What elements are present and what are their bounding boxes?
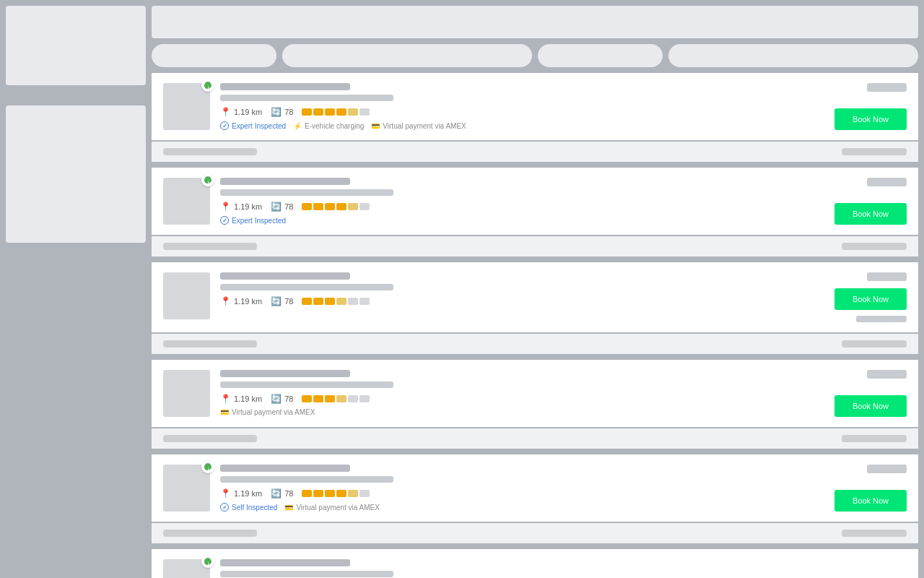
tag-self-5[interactable]: ✓ Self Inspected	[220, 503, 277, 512]
bar-3-6	[359, 298, 370, 305]
listing-title-3	[220, 272, 350, 280]
score-1: 🔄 78	[271, 107, 293, 117]
main-content: 📍 1.19 km 🔄 78	[152, 0, 924, 578]
bar-3-3	[325, 298, 335, 305]
bar-2-1	[302, 203, 312, 210]
listing-image-4	[163, 370, 210, 417]
listing-title-6	[220, 559, 350, 566]
listing-image-wrap-1	[163, 83, 210, 130]
listing-card-5: 📍 1.19 km 🔄 78	[152, 454, 918, 549]
self-icon-5: ✓	[220, 503, 229, 512]
expert-icon-2: ✓	[220, 216, 229, 225]
listing-subtitle-4	[220, 381, 393, 388]
bar-2-5	[348, 203, 358, 210]
listing-meta-5: 📍 1.19 km 🔄 78	[220, 488, 823, 499]
tag-ev-1[interactable]: ⚡ E-vehicle charging	[293, 122, 364, 130]
score-2: 🔄 78	[271, 202, 293, 212]
bar-5-5	[348, 490, 358, 497]
listing-info-4: 📍 1.19 km 🔄 78	[220, 370, 823, 416]
listing-footer-1	[152, 142, 918, 162]
score-5: 🔄 78	[271, 488, 293, 499]
book-btn-2[interactable]: Book Now	[834, 203, 907, 225]
listing-image-wrap-4	[163, 370, 210, 417]
listing-subtitle-1	[220, 95, 393, 101]
listing-card-inner-1: 📍 1.19 km 🔄 78	[152, 73, 918, 140]
distance-3: 📍 1.19 km	[220, 296, 262, 306]
score-icon-5: 🔄	[271, 488, 282, 499]
listing-info-1: 📍 1.19 km 🔄 78	[220, 83, 823, 130]
tag-payment-4[interactable]: 💳 Virtual payment via AMEX	[220, 408, 315, 416]
score-icon-4: 🔄	[271, 394, 282, 404]
listings-container: 📍 1.19 km 🔄 78	[152, 73, 918, 578]
location-icon-4: 📍	[220, 394, 231, 404]
book-btn-5[interactable]: Book Now	[834, 490, 907, 512]
listing-right-1: Book Now	[834, 83, 907, 130]
filter-btn-1[interactable]	[152, 44, 276, 67]
listing-subtitle-2	[220, 189, 393, 196]
bar-1-6	[359, 108, 370, 116]
listing-meta-4: 📍 1.19 km 🔄 78	[220, 394, 823, 404]
ev-icon-1: ⚡	[293, 122, 302, 130]
price-sub-3	[856, 316, 907, 322]
footer-left-2	[163, 243, 257, 250]
bar-4-4	[336, 395, 346, 402]
listing-meta-2: 📍 1.19 km 🔄 78	[220, 202, 823, 212]
tag-payment-1[interactable]: 💳 Virtual payment via AMEX	[371, 122, 466, 130]
bar-4-3	[325, 395, 335, 402]
filter-btn-3[interactable]	[538, 44, 663, 67]
tag-expert-1[interactable]: ✓ Expert Inspected	[220, 121, 286, 130]
listing-image-wrap-6	[163, 559, 210, 578]
listing-title-1	[220, 83, 350, 90]
location-icon-3: 📍	[220, 296, 231, 306]
bar-1-3	[325, 108, 335, 116]
sidebar-mid-block	[6, 105, 146, 243]
bar-1-5	[348, 108, 358, 116]
page-wrapper: 📍 1.19 km 🔄 78	[0, 0, 924, 578]
tag-expert-2[interactable]: ✓ Expert Inspected	[220, 216, 286, 225]
bar-1-1	[302, 108, 312, 116]
bar-5-6	[359, 490, 370, 497]
listing-card-inner-3: 📍 1.19 km 🔄 78	[152, 262, 918, 332]
rating-bars-5	[302, 490, 370, 497]
footer-right-4	[842, 435, 907, 442]
price-5	[867, 465, 907, 473]
listing-image-3	[163, 272, 210, 319]
listing-footer-5	[152, 523, 918, 543]
book-btn-4[interactable]: Book Now	[834, 395, 907, 417]
listing-subtitle-5	[220, 476, 393, 483]
bar-1-2	[313, 108, 323, 116]
listing-right-5: Book Now	[834, 465, 907, 512]
listing-title-5	[220, 465, 350, 472]
bar-3-4	[336, 298, 346, 305]
bar-5-4	[336, 490, 346, 497]
bar-2-4	[336, 203, 346, 210]
footer-left-5	[163, 530, 257, 537]
bar-2-3	[325, 203, 335, 210]
listing-card-inner-6	[152, 549, 918, 578]
filter-btn-2[interactable]	[282, 44, 532, 67]
rating-bars-1	[302, 108, 370, 116]
eco-badge-6	[201, 555, 214, 568]
distance-4: 📍 1.19 km	[220, 394, 262, 404]
distance-2: 📍 1.19 km	[220, 202, 262, 212]
filter-btn-4[interactable]	[668, 44, 918, 67]
listing-right-2: Book Now	[834, 178, 907, 225]
listing-info-6	[220, 559, 907, 578]
listing-title-4	[220, 370, 350, 377]
eco-badge-2	[201, 173, 214, 186]
filter-bar	[152, 44, 918, 67]
listing-right-4: Book Now	[834, 370, 907, 417]
left-sidebar	[0, 0, 152, 578]
bar-5-1	[302, 490, 312, 497]
listing-card-6	[152, 549, 918, 578]
eco-badge-5	[201, 460, 214, 473]
price-4	[867, 370, 907, 379]
rating-bars-3	[302, 298, 370, 305]
score-4: 🔄 78	[271, 394, 293, 404]
tag-payment-5[interactable]: 💳 Virtual payment via AMEX	[284, 504, 379, 512]
bar-4-5	[348, 395, 358, 402]
distance-5: 📍 1.19 km	[220, 488, 262, 499]
book-btn-1[interactable]: Book Now	[834, 108, 907, 130]
book-btn-3[interactable]: Book Now	[834, 288, 907, 310]
listing-footer-4	[152, 428, 918, 449]
